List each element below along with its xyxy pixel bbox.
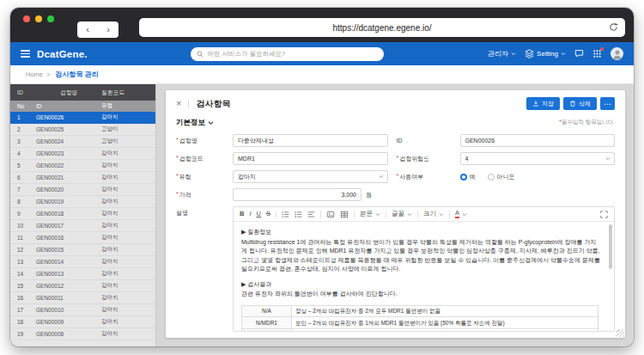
chevron-down-icon	[439, 212, 444, 217]
image-icon[interactable]	[326, 211, 335, 218]
layers-icon	[525, 49, 534, 58]
bold-icon[interactable]: B	[240, 211, 244, 217]
bullet-list-icon[interactable]	[295, 211, 302, 218]
editor-content[interactable]: ▶ 질환정보Multidrug resistance 1에 관여하는 특정 유전…	[234, 222, 614, 331]
font-size-dropdown[interactable]: 크기	[423, 210, 444, 218]
code-label: *검항코드	[176, 155, 224, 163]
expand-icon[interactable]	[600, 211, 608, 218]
refresh-icon[interactable]	[609, 22, 618, 32]
risk-select[interactable]	[460, 152, 616, 165]
cell-id: GEN00018	[36, 211, 101, 217]
user-menu[interactable]: 관리자	[488, 49, 516, 58]
avatar[interactable]	[611, 47, 623, 60]
use-radio-group: 예 아니오	[460, 173, 616, 181]
sidebar-column-header: No ID 유형	[10, 101, 155, 112]
toolbar-divider	[354, 211, 355, 218]
setting-menu[interactable]: Setting	[525, 49, 566, 58]
table-row[interactable]: 17GEN00010강아지	[10, 304, 155, 316]
table-row[interactable]: 4GEN00023강아지	[10, 148, 155, 160]
cell-id: GEN00012	[36, 283, 101, 289]
sidebar-table: ID 검항명 질환코드 No ID 유형 1GEN00026강아지2GEN000…	[10, 84, 156, 346]
radio-selected-icon	[460, 174, 467, 181]
search-input[interactable]	[207, 50, 378, 58]
align-left-icon[interactable]	[307, 211, 315, 218]
use-yes-radio[interactable]: 예	[460, 173, 476, 181]
genotype-cell: N/MDR1	[242, 317, 292, 329]
app-logo[interactable]: DcatGene.	[37, 49, 88, 59]
hamburger-menu-icon[interactable]	[21, 50, 30, 58]
table-row[interactable]: 19GEN00008강아지	[10, 328, 155, 340]
table-row[interactable]: 2GEN00025고양이	[10, 124, 155, 136]
header-right: 관리자 Setting	[488, 47, 623, 60]
panel-actions: 저장 삭제 ⋯	[526, 97, 615, 110]
minimize-window-button[interactable]	[35, 15, 42, 22]
strikethrough-icon[interactable]: S	[266, 211, 270, 217]
table-row[interactable]: 9GEN00018강아지	[10, 208, 155, 220]
editor-scrollbar[interactable]	[609, 224, 612, 269]
save-button[interactable]: 저장	[526, 97, 560, 110]
table-row[interactable]: 16GEN00011강아지	[10, 292, 155, 304]
address-bar[interactable]: https://dcatgene.egene.io/	[139, 18, 625, 37]
ordered-list-icon[interactable]	[282, 211, 289, 218]
close-icon[interactable]: ×	[176, 99, 181, 108]
table-row[interactable]: 12GEN00015강아지	[10, 244, 155, 256]
price-field[interactable]	[233, 188, 361, 201]
window-controls	[23, 15, 54, 22]
cell-no: 17	[17, 307, 36, 313]
table-row[interactable]: 7GEN00020강아지	[10, 184, 155, 196]
code-field[interactable]	[233, 152, 388, 165]
table-row[interactable]: 13GEN00014강아지	[10, 256, 155, 268]
apps-grid-icon[interactable]	[592, 49, 602, 58]
table-row[interactable]: 15GEN00012강아지	[10, 280, 155, 292]
table-icon[interactable]	[340, 211, 349, 218]
name-field[interactable]	[233, 134, 388, 147]
section-title[interactable]: 기본정보	[176, 118, 214, 128]
table-row[interactable]: 10GEN00017강아지	[10, 220, 155, 232]
table-row[interactable]: 6GEN00021강아지	[10, 172, 155, 184]
more-button[interactable]: ⋯	[600, 97, 615, 110]
paragraph-style-dropdown[interactable]: 본문	[360, 210, 380, 218]
font-dropdown[interactable]: 글꼴	[392, 210, 412, 218]
table-row[interactable]: 1GEN00026강아지	[10, 112, 155, 124]
cell-no: 8	[17, 199, 36, 205]
underline-icon[interactable]: U	[257, 211, 261, 217]
maximize-window-button[interactable]	[47, 15, 54, 22]
table-row[interactable]: 8GEN00019강아지	[10, 196, 155, 208]
italic-icon[interactable]: I	[249, 211, 251, 217]
type-label: *유형	[176, 173, 224, 181]
risk-field[interactable]	[460, 152, 616, 165]
description-editor: B I U S 본문 글꼴	[233, 206, 615, 332]
table-row[interactable]: 3GEN00024고양이	[10, 136, 155, 148]
delete-button[interactable]: 삭제	[563, 97, 597, 110]
chevron-down-icon	[511, 52, 516, 56]
chevron-down-icon	[379, 174, 384, 179]
table-row[interactable]: 11GEN00016강아지	[10, 232, 155, 244]
table-row[interactable]: 5GEN00022강아지	[10, 160, 155, 172]
close-window-button[interactable]	[23, 15, 30, 22]
chat-icon[interactable]	[574, 49, 584, 58]
cell-type: 강아지	[101, 246, 155, 254]
type-field[interactable]	[233, 170, 388, 183]
breadcrumb-current[interactable]: 검사항목 관리	[55, 70, 98, 79]
table-row[interactable]: 18GEN00009강아지	[10, 316, 155, 328]
table-row[interactable]: 14GEN00013강아지	[10, 268, 155, 280]
cell-id: GEN00008	[36, 331, 101, 337]
cell-type: 강아지	[101, 306, 155, 314]
cell-id: GEN00023	[36, 150, 101, 156]
risk-label: *검항위험도	[397, 155, 452, 163]
cell-type: 강아지	[101, 174, 155, 181]
editor-section-heading: ▶ 검사결과	[241, 280, 602, 290]
cell-no: 11	[17, 235, 36, 241]
id-field[interactable]	[460, 134, 616, 147]
use-no-radio[interactable]: 아니오	[488, 173, 515, 181]
breadcrumb-home[interactable]: Home >	[26, 70, 50, 78]
cell-no: 15	[17, 283, 36, 289]
result-desc-cell: 정상 – 2개의 대립유전자 중 2개 모두 MDR1 돌연변이 없음	[292, 305, 598, 317]
type-select[interactable]	[233, 170, 388, 183]
back-button[interactable]: ‹	[86, 25, 89, 34]
sidebar-filter-header: ID 검항명 질환코드	[10, 84, 155, 101]
text-color-dropdown[interactable]: A	[455, 210, 467, 218]
global-search[interactable]	[191, 47, 384, 61]
cell-id: GEN00019	[36, 199, 101, 205]
forward-button[interactable]: ›	[106, 25, 110, 34]
